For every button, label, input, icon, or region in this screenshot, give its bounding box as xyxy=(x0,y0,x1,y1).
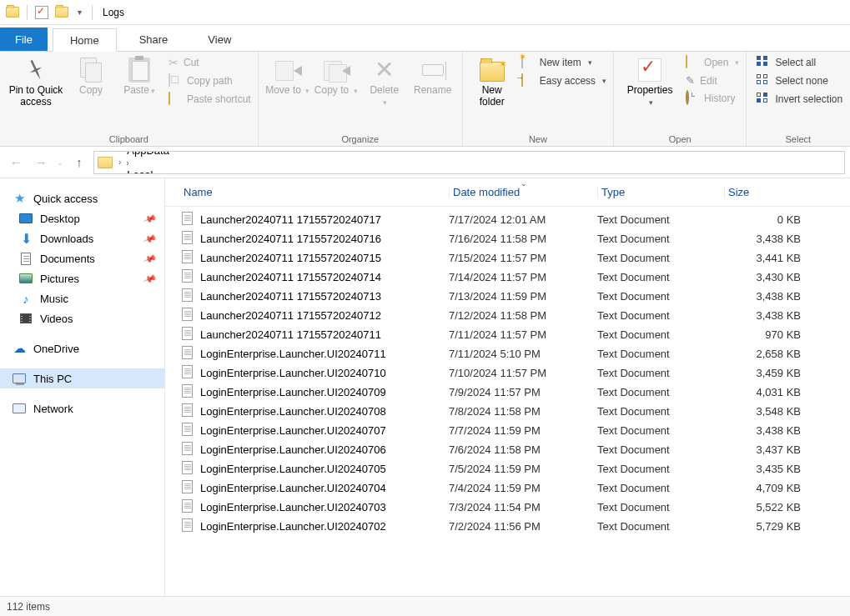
sidebar-onedrive[interactable]: ☁ OneDrive xyxy=(0,338,164,358)
file-date: 7/12/2024 11:58 PM xyxy=(449,309,597,322)
column-header-date[interactable]: ⌄Date modified xyxy=(449,186,597,198)
file-row[interactable]: LoginEnterprise.Launcher.UI202407087/8/2… xyxy=(165,402,850,421)
file-type: Text Document xyxy=(597,386,724,398)
tab-file[interactable]: File xyxy=(0,28,48,51)
qat-folder-button[interactable] xyxy=(53,3,71,22)
delete-button[interactable]: ✕ Delete▾ xyxy=(360,55,409,110)
column-header-type[interactable]: Type xyxy=(597,186,724,198)
file-row[interactable]: LoginEnterprise.Launcher.UI202407117/11/… xyxy=(165,344,850,363)
copy-to-icon xyxy=(324,58,349,83)
edit-icon: ✎ xyxy=(686,74,695,87)
sidebar-videos[interactable]: Videos xyxy=(0,308,164,328)
sidebar-music[interactable]: ♪ Music xyxy=(0,288,164,308)
cut-label: Cut xyxy=(184,57,199,68)
address-bar[interactable]: › This PC›Windows 10 (C:)›Users›svc_e03›… xyxy=(93,151,845,174)
chevron-down-icon: ▾ xyxy=(151,87,155,95)
qat-customize-dropdown[interactable]: ▾ xyxy=(73,8,87,17)
sidebar-this-pc[interactable]: This PC xyxy=(0,368,164,388)
file-row[interactable]: Launcher20240711 171557202407167/16/2024… xyxy=(165,229,850,248)
text-document-icon xyxy=(180,269,194,285)
paste-button[interactable]: Paste▾ xyxy=(115,55,163,98)
sidebar-network[interactable]: Network xyxy=(0,398,164,418)
file-row[interactable]: LoginEnterprise.Launcher.UI202407077/7/2… xyxy=(165,421,850,440)
title-bar: ▾ Logs xyxy=(0,0,850,25)
text-document-icon xyxy=(180,442,194,458)
file-date: 7/17/2024 12:01 AM xyxy=(449,213,597,226)
pin-icon: 📌 xyxy=(143,231,158,246)
up-button[interactable]: ↑ xyxy=(68,152,90,173)
new-item-button[interactable]: New item ▾ xyxy=(520,55,608,70)
move-to-button[interactable]: Move to ▾ xyxy=(264,55,312,98)
file-row[interactable]: LoginEnterprise.Launcher.UI202407057/5/2… xyxy=(165,459,850,478)
text-document-icon xyxy=(180,423,194,438)
file-row[interactable]: Launcher20240711 171557202407117/11/2024… xyxy=(165,325,850,344)
copy-path-button[interactable]: Copy path xyxy=(167,73,253,88)
sidebar-item-label: Downloads xyxy=(40,233,93,245)
forward-button[interactable]: → xyxy=(30,152,52,173)
easy-access-button[interactable]: Easy access ▾ xyxy=(520,73,608,88)
copy-button[interactable]: Copy xyxy=(67,55,115,98)
file-size: 4,709 KB xyxy=(724,482,801,494)
file-type: Text Document xyxy=(597,367,724,379)
tab-share[interactable]: Share xyxy=(122,28,186,51)
sidebar-desktop[interactable]: Desktop 📌 xyxy=(0,208,164,228)
file-row[interactable]: LoginEnterprise.Launcher.UI202407067/6/2… xyxy=(165,440,850,459)
separator xyxy=(27,5,28,20)
select-all-button[interactable]: Select all xyxy=(755,55,844,70)
tab-view[interactable]: View xyxy=(190,28,249,51)
column-header-size[interactable]: Size xyxy=(724,186,807,198)
new-folder-button[interactable]: New folder xyxy=(468,55,516,110)
rename-icon xyxy=(422,64,444,76)
file-date: 7/16/2024 11:58 PM xyxy=(449,233,597,245)
sidebar-quick-access[interactable]: ★ Quick access xyxy=(0,188,164,208)
file-pane: Name ⌄Date modified Type Size Launcher20… xyxy=(165,178,850,596)
desktop-icon xyxy=(19,213,33,223)
edit-button[interactable]: ✎ Edit xyxy=(684,73,741,88)
file-list[interactable]: Launcher20240711 171557202407177/17/2024… xyxy=(165,207,850,596)
tab-home[interactable]: Home xyxy=(53,28,117,52)
text-document-icon xyxy=(180,346,194,362)
properties-button[interactable]: Properties▾ xyxy=(619,55,681,110)
ribbon-group-open: Properties▾ Open ▾ ✎ Edit History Open xyxy=(614,52,747,146)
file-row[interactable]: LoginEnterprise.Launcher.UI202407097/9/2… xyxy=(165,383,850,402)
back-button[interactable]: ← xyxy=(5,152,27,173)
file-row[interactable]: LoginEnterprise.Launcher.UI202407027/2/2… xyxy=(165,517,850,536)
chevron-right-icon[interactable]: › xyxy=(116,158,123,167)
breadcrumb-segment[interactable]: AppData xyxy=(123,151,210,157)
file-row[interactable]: Launcher20240711 171557202407147/14/2024… xyxy=(165,268,850,287)
history-button[interactable]: History xyxy=(684,91,741,106)
file-row[interactable]: Launcher20240711 171557202407177/17/2024… xyxy=(165,210,850,229)
file-row[interactable]: LoginEnterprise.Launcher.UI202407047/4/2… xyxy=(165,478,850,498)
sidebar-documents[interactable]: Documents 📌 xyxy=(0,248,164,268)
sidebar-item-label: Quick access xyxy=(33,193,98,205)
qat-properties-button[interactable] xyxy=(33,3,51,22)
file-date: 7/9/2024 11:57 PM xyxy=(449,386,597,398)
open-button[interactable]: Open ▾ xyxy=(684,55,741,70)
copy-path-label: Copy path xyxy=(187,75,233,87)
chevron-down-icon: ▾ xyxy=(588,58,592,67)
file-row[interactable]: Launcher20240711 171557202407127/12/2024… xyxy=(165,306,850,325)
music-icon: ♪ xyxy=(23,292,29,306)
file-type: Text Document xyxy=(597,424,724,437)
file-type: Text Document xyxy=(597,348,724,360)
copy-to-button[interactable]: Copy to ▾ xyxy=(312,55,360,98)
invert-selection-button[interactable]: Invert selection xyxy=(755,92,844,107)
sidebar-downloads[interactable]: ⬇ Downloads 📌 xyxy=(0,228,164,248)
paste-shortcut-button[interactable]: Paste shortcut xyxy=(167,92,253,107)
file-row[interactable]: Launcher20240711 171557202407137/13/2024… xyxy=(165,287,850,306)
chevron-right-icon[interactable]: › xyxy=(123,158,131,168)
sidebar-pictures[interactable]: Pictures 📌 xyxy=(0,268,164,288)
breadcrumb-segment[interactable]: Local xyxy=(123,168,210,174)
file-row[interactable]: LoginEnterprise.Launcher.UI202407107/10/… xyxy=(165,363,850,383)
pin-to-quick-access-button[interactable]: Pin to Quick access xyxy=(5,55,67,110)
file-row[interactable]: LoginEnterprise.Launcher.UI202407037/3/2… xyxy=(165,498,850,517)
video-icon xyxy=(20,313,32,323)
rename-button[interactable]: Rename xyxy=(409,55,457,98)
cut-button[interactable]: ✂ Cut xyxy=(167,55,253,70)
sidebar-item-label: Network xyxy=(33,403,73,415)
file-size: 5,522 KB xyxy=(724,501,801,513)
select-none-button[interactable]: Select none xyxy=(755,73,844,88)
recent-locations-dropdown[interactable]: ⌄ xyxy=(55,158,65,167)
column-header-name[interactable]: Name xyxy=(180,186,449,198)
file-row[interactable]: Launcher20240711 171557202407157/15/2024… xyxy=(165,248,850,268)
